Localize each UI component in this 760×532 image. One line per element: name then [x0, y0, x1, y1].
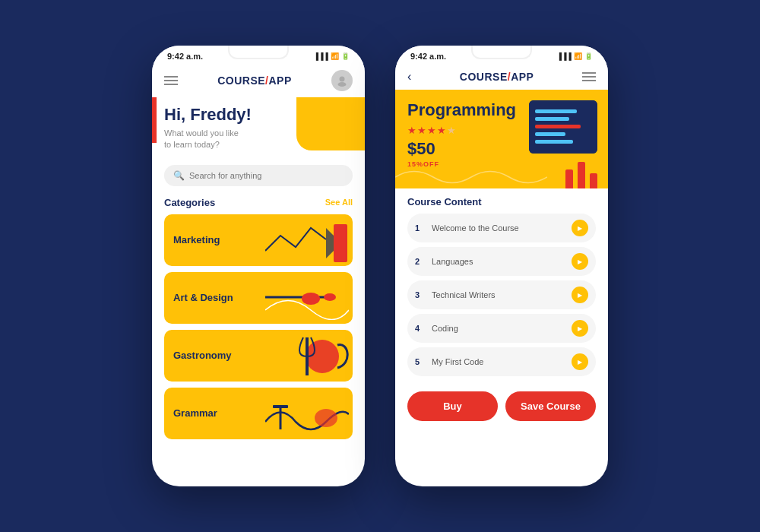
category-gastronomy[interactable]: Gastronomy [164, 330, 353, 382]
avatar[interactable] [331, 70, 353, 91]
logo2-course: COURSE [460, 71, 508, 83]
signal-icon: ▐▐▐ [314, 52, 328, 60]
svg-rect-3 [334, 224, 347, 262]
svg-rect-10 [273, 405, 288, 408]
status-icons-2: ▐▐▐ 📶 🔋 [557, 52, 593, 60]
category-label-grammar: Grammar [173, 407, 217, 419]
categories-title: Categories [164, 197, 215, 208]
lesson-number-3: 3 [415, 290, 426, 299]
greeting: Hi, Freddy! [164, 105, 353, 125]
logo-course: COURSE [217, 74, 265, 87]
logo-2: COURSE/APP [460, 71, 534, 83]
hero-section: Hi, Freddy! What would you liketo learn … [152, 97, 365, 157]
svg-point-6 [324, 293, 336, 301]
time-1: 9:42 a.m. [167, 52, 203, 61]
wifi-icon-2: 📶 [574, 52, 582, 60]
battery-icon-2: 🔋 [584, 52, 593, 60]
course-content-section: Course Content 1 Welcome to the Course ▶… [395, 188, 608, 384]
play-btn-4[interactable]: ▶ [572, 320, 588, 337]
lesson-name-4: Coding [432, 324, 565, 333]
lesson-name-5: My First Code [432, 357, 565, 366]
lesson-name-2: Languages [432, 257, 565, 266]
phone1-content: COURSE/APP Hi, Freddy! What would you li… [152, 64, 365, 482]
phone1-header: COURSE/APP [152, 64, 365, 97]
play-btn-1[interactable]: ▶ [572, 220, 588, 236]
buy-button[interactable]: Buy [407, 391, 498, 421]
course-thumbnail [529, 100, 597, 154]
notch-2 [471, 46, 532, 59]
lesson-list: 1 Welcome to the Course ▶ 2 Languages ▶ … [407, 214, 596, 376]
svg-point-0 [340, 77, 345, 82]
status-icons-1: ▐▐▐ 📶 🔋 [314, 52, 350, 60]
battery-icon: 🔋 [341, 52, 350, 60]
lesson-name-3: Technical Writers [432, 290, 565, 299]
lesson-number-1: 1 [415, 223, 426, 233]
play-btn-5[interactable]: ▶ [572, 353, 588, 370]
lesson-number-5: 5 [415, 357, 426, 366]
play-btn-3[interactable]: ▶ [572, 287, 588, 303]
phone-1: 9:42 a.m. ▐▐▐ 📶 🔋 COURSE/APP [152, 46, 365, 486]
signal-icon-2: ▐▐▐ [557, 52, 572, 60]
course-content-title: Course Content [407, 196, 596, 207]
time-2: 9:42 a.m. [410, 52, 446, 61]
category-art[interactable]: Art & Design [164, 272, 353, 324]
red-accent [152, 97, 157, 143]
search-icon: 🔍 [173, 170, 185, 181]
svg-rect-14 [535, 117, 569, 121]
svg-rect-15 [535, 125, 581, 128]
logo2-app: APP [511, 71, 534, 83]
categories-header: Categories See All [152, 194, 365, 214]
back-button[interactable]: ‹ [407, 70, 411, 84]
category-marketing[interactable]: Marketing [164, 214, 353, 266]
svg-rect-16 [535, 132, 565, 136]
course-banner: Programming ★★★★★ $50 15%OFF [395, 90, 608, 188]
lesson-number-2: 2 [415, 257, 426, 266]
lesson-5[interactable]: 5 My First Code ▶ [407, 347, 596, 376]
category-grammar[interactable]: Grammar [164, 388, 353, 439]
svg-point-5 [302, 293, 320, 305]
svg-point-11 [315, 409, 337, 427]
lesson-3[interactable]: 3 Technical Writers ▶ [407, 280, 596, 309]
menu-icon[interactable] [164, 76, 178, 85]
see-all-button[interactable]: See All [325, 198, 353, 207]
wifi-icon: 📶 [331, 52, 339, 60]
svg-point-1 [338, 82, 347, 87]
svg-rect-17 [535, 140, 573, 144]
category-label-gastronomy: Gastronomy [173, 350, 232, 361]
hero-subtext: What would you liketo learn today? [164, 128, 353, 151]
play-btn-2[interactable]: ▶ [572, 253, 588, 270]
action-buttons: Buy Save Course [395, 384, 608, 432]
banner-decoration [565, 162, 597, 188]
search-bar[interactable]: 🔍 [164, 165, 353, 186]
category-list: Marketing Art & Design Gastro [152, 214, 365, 439]
menu-icon-2[interactable] [582, 72, 596, 81]
notch-1 [228, 46, 289, 59]
search-input[interactable] [189, 171, 344, 180]
phone-2: 9:42 a.m. ▐▐▐ 📶 🔋 ‹ COURSE/APP Programmi… [395, 46, 608, 486]
svg-rect-13 [535, 109, 577, 113]
lesson-number-4: 4 [415, 324, 426, 333]
lesson-name-1: Welcome to the Course [432, 223, 565, 233]
phone2-header: ‹ COURSE/APP [395, 64, 608, 90]
lesson-2[interactable]: 2 Languages ▶ [407, 247, 596, 276]
lesson-4[interactable]: 4 Coding ▶ [407, 314, 596, 343]
logo-app: APP [269, 74, 292, 87]
lesson-1[interactable]: 1 Welcome to the Course ▶ [407, 214, 596, 242]
save-course-button[interactable]: Save Course [505, 391, 596, 421]
category-label-art: Art & Design [173, 292, 233, 303]
category-label-marketing: Marketing [173, 234, 220, 245]
logo-1: COURSE/APP [217, 74, 292, 87]
